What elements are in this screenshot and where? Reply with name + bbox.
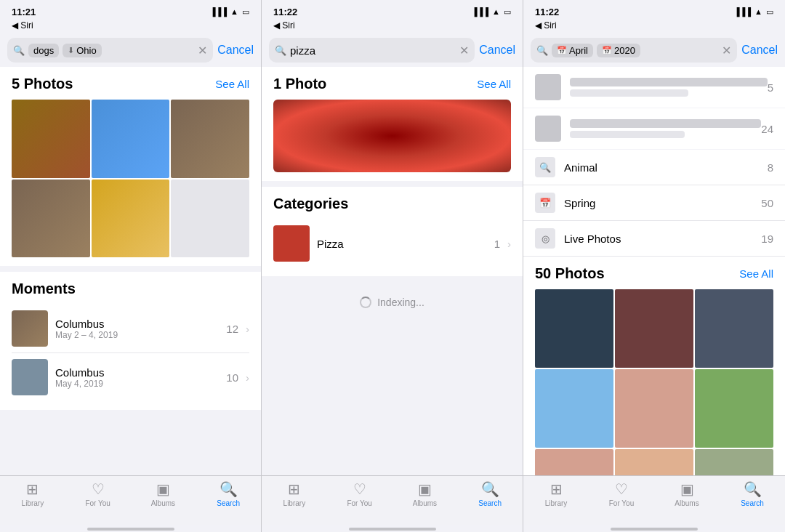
category-item-pizza[interactable]: Pizza 1 › [273,219,511,267]
time-2: 11:22 [273,7,297,17]
tab-search-1[interactable]: 🔍 Search [196,480,261,515]
photo-thumb-4[interactable] [12,180,90,258]
tag-dogs[interactable]: dogs [28,44,59,57]
search-bar-2: 🔍 pizza ✕ Cancel [262,33,523,67]
status-bar-3: 11:22 ▐▐▐ ▲ ▭ [523,0,785,20]
photo-grid-bottom-1 [12,180,249,258]
moment-count-2: 10 [226,371,238,384]
home-indicator-3 [523,525,785,532]
signal-icon-3: ▐▐▐ [734,7,751,16]
time-3: 11:22 [535,7,559,17]
tab-albums-label-1: Albums [151,499,175,507]
cancel-button-1[interactable]: Cancel [217,44,254,57]
tag-april[interactable]: 📅 April [552,44,593,57]
p3-photo-3[interactable] [695,289,773,368]
photo-thumb-1[interactable] [12,100,90,178]
see-all-photos-2[interactable]: See All [477,78,511,90]
photo-thumb-2[interactable] [92,100,170,178]
result-row-spring[interactable]: 📅 Spring 50 [523,185,785,221]
tab-library-2[interactable]: ⊞ Library [262,480,327,515]
result-spring-text: Spring [564,197,761,209]
tag-ohio-icon: ⬇ [68,46,74,55]
moment-name-2: Columbus [55,366,219,379]
category-count-pizza: 1 [494,238,500,250]
photo-thumb-5[interactable] [92,180,170,258]
cancel-button-2[interactable]: Cancel [479,44,515,57]
result-animal-text: Animal [564,161,768,174]
p3-photo-6[interactable] [695,369,773,448]
pizza-image [273,100,511,172]
tab-bar-2: ⊞ Library ♡ For You ▣ Albums 🔍 Search [262,475,523,525]
search-input-2[interactable]: 🔍 pizza ✕ [269,38,475,63]
tag-ohio[interactable]: ⬇ Ohio [63,44,101,57]
result-row-2[interactable]: 24 [523,108,785,150]
photos-section-1: 5 Photos See All [0,67,261,266]
moment-date-2: May 4, 2019 [55,379,219,389]
p3-photo-grid [535,289,773,475]
see-all-photos-1[interactable]: See All [215,78,249,90]
tab-foryou-2[interactable]: ♡ For You [327,480,392,515]
tab-albums-1[interactable]: ▣ Albums [131,480,196,515]
tab-foryou-1[interactable]: ♡ For You [65,480,131,515]
phone-2: 11:22 ▐▐▐ ▲ ▭ ◀ Siri 🔍 pizza ✕ Cancel 1 … [262,0,523,532]
p3-photo-2[interactable] [615,289,693,368]
tab-search-label-1: Search [217,499,240,507]
p3-photo-7[interactable] [535,449,613,475]
p3-photo-4[interactable] [535,369,613,448]
foryou-icon-2: ♡ [353,480,366,498]
p3-photo-8[interactable] [615,449,693,475]
result-animal-count: 8 [768,161,773,174]
result-row-livephoto[interactable]: ◎ Live Photos 19 [523,221,785,257]
photo-grid-top-1 [12,100,249,178]
clear-button-2[interactable]: ✕ [459,44,469,57]
result-blur-1 [570,78,768,97]
tab-foryou-label-3: For You [609,499,634,507]
moment-count-1: 12 [226,323,238,335]
signal-icon: ▐▐▐ [210,7,227,16]
result-row-1[interactable]: 5 [523,67,785,108]
moment-thumb-2 [12,359,48,395]
tab-foryou-3[interactable]: ♡ For You [589,480,654,515]
clear-button-1[interactable]: ✕ [198,44,207,57]
photos-header-1: 5 Photos See All [12,76,249,92]
result-livephoto-text: Live Photos [564,233,761,245]
photo-thumb-3[interactable] [171,100,249,178]
battery-icon-2: ▭ [504,7,511,17]
status-icons-3: ▐▐▐ ▲ ▭ [734,7,773,17]
pizza-photo[interactable] [273,100,511,172]
battery-icon-3: ▭ [766,7,773,17]
photos-count-2: 1 Photo [273,76,326,92]
moment-name-1: Columbus [55,318,219,330]
tab-albums-2[interactable]: ▣ Albums [392,480,458,515]
moment-item-2[interactable]: Columbus May 4, 2019 10 › [12,353,249,401]
tab-library-3[interactable]: ⊞ Library [523,480,589,515]
see-all-photos-3[interactable]: See All [739,267,773,280]
result-count-2: 24 [761,123,773,135]
tab-foryou-label-2: For You [347,499,371,507]
result-blur-2 [570,119,761,138]
indexing-section: Indexing... [262,282,523,323]
status-icons-2: ▐▐▐ ▲ ▭ [472,7,511,17]
tab-search-3[interactable]: 🔍 Search [720,480,785,515]
p3-photo-1[interactable] [535,289,613,368]
tab-search-2[interactable]: 🔍 Search [457,480,523,515]
search-icon-3: 🔍 [536,45,548,56]
photos-section-3: 50 Photos See All [523,257,785,475]
moment-item-1[interactable]: Columbus May 2 – 4, 2019 12 › [12,305,249,353]
p3-photo-5[interactable] [615,369,693,448]
tab-bar-3: ⊞ Library ♡ For You ▣ Albums 🔍 Search [523,475,785,525]
library-icon-2: ⊞ [288,480,300,498]
p3-photo-9[interactable] [695,449,773,475]
result-row-animal[interactable]: 🔍 Animal 8 [523,150,785,185]
search-text-2: pizza [290,44,315,57]
cancel-button-3[interactable]: Cancel [741,44,778,57]
tab-bar-1: ⊞ Library ♡ For You ▣ Albums 🔍 Search [0,475,261,525]
search-input-1[interactable]: 🔍 dogs ⬇ Ohio ✕ [7,38,213,63]
tab-albums-3[interactable]: ▣ Albums [654,480,720,515]
tag-year[interactable]: 📅 2020 [597,44,640,57]
clear-button-3[interactable]: ✕ [722,44,731,57]
search-input-3[interactable]: 🔍 📅 April 📅 2020 ✕ [531,38,737,63]
result-livephoto-count: 19 [761,233,773,245]
tab-library-label-2: Library [283,499,306,507]
tab-library-1[interactable]: ⊞ Library [0,480,65,515]
